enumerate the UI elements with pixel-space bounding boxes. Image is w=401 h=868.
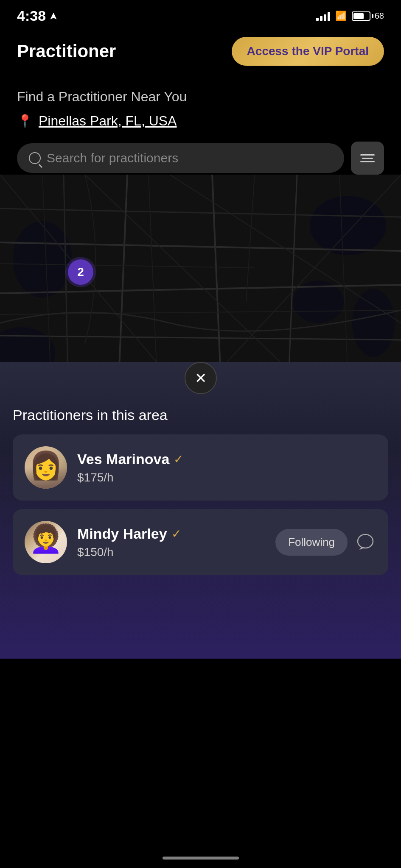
header-divider xyxy=(0,76,401,76)
map-cluster[interactable]: 2 xyxy=(68,259,93,285)
time-display: 4:38 xyxy=(17,8,46,24)
close-button[interactable]: ✕ xyxy=(185,362,217,394)
close-button-wrap: ✕ xyxy=(13,362,388,394)
bottom-sheet: ✕ Practitioners in this area Ves Marinov… xyxy=(0,362,401,659)
vip-portal-button[interactable]: Access the VIP Portal xyxy=(232,37,384,66)
filter-icon xyxy=(360,154,375,162)
following-label: Following xyxy=(288,536,335,548)
area-title: Practitioners in this area xyxy=(13,407,388,423)
map-svg xyxy=(0,175,401,378)
status-bar: 4:38 📶 68 xyxy=(0,0,401,28)
search-row: Search for practitioners xyxy=(0,142,401,175)
location-row[interactable]: 📍 Pinellas Park, FL, USA xyxy=(17,113,384,129)
chat-icon xyxy=(356,533,375,551)
signal-icon xyxy=(316,11,330,21)
close-icon: ✕ xyxy=(195,370,207,387)
following-button[interactable]: Following xyxy=(275,529,348,556)
svg-point-24 xyxy=(358,534,373,548)
practitioner-rate: $175/h xyxy=(77,471,114,484)
practitioner-card[interactable]: Mindy Harley ✓ $150/h Following xyxy=(13,509,388,575)
practitioner-info: Ves Marinova ✓ $175/h xyxy=(77,451,376,484)
location-pin-icon: 📍 xyxy=(17,114,33,128)
app-header: Practitioner Access the VIP Portal xyxy=(0,28,401,76)
find-section: Find a Practitioner Near You 📍 Pinellas … xyxy=(0,89,401,129)
map-area[interactable]: 2 xyxy=(0,175,401,378)
location-arrow-icon xyxy=(49,12,58,20)
practitioner-info: Mindy Harley ✓ $150/h xyxy=(77,526,265,559)
svg-point-1 xyxy=(310,196,386,255)
svg-point-4 xyxy=(13,221,72,298)
cluster-count: 2 xyxy=(77,265,84,279)
search-placeholder: Search for practitioners xyxy=(47,151,178,165)
card-actions: Following xyxy=(275,529,376,556)
practitioner-name: Mindy Harley xyxy=(77,526,167,542)
practitioner-name: Ves Marinova xyxy=(77,451,169,467)
practitioner-name-row: Mindy Harley ✓ xyxy=(77,526,265,542)
battery-percent: 68 xyxy=(375,11,384,21)
svg-point-3 xyxy=(352,289,395,357)
battery-indicator: 68 xyxy=(352,11,384,21)
status-time: 4:38 xyxy=(17,8,58,24)
search-icon xyxy=(29,152,41,164)
filter-button[interactable] xyxy=(351,142,384,175)
practitioner-rate: $150/h xyxy=(77,545,114,559)
avatar xyxy=(25,446,67,489)
verified-icon: ✓ xyxy=(171,527,181,541)
wifi-icon: 📶 xyxy=(335,11,347,22)
home-indicator xyxy=(163,857,239,860)
status-icons: 📶 68 xyxy=(316,11,384,22)
practitioner-card[interactable]: Ves Marinova ✓ $175/h xyxy=(13,434,388,501)
verified-icon: ✓ xyxy=(174,452,183,466)
location-text[interactable]: Pinellas Park, FL, USA xyxy=(39,113,177,129)
chat-button[interactable] xyxy=(354,531,376,553)
practitioner-name-row: Ves Marinova ✓ xyxy=(77,451,376,467)
search-input-wrap[interactable]: Search for practitioners xyxy=(17,143,344,173)
find-title: Find a Practitioner Near You xyxy=(17,89,384,105)
avatar xyxy=(25,521,67,563)
app-title: Practitioner xyxy=(17,41,116,61)
